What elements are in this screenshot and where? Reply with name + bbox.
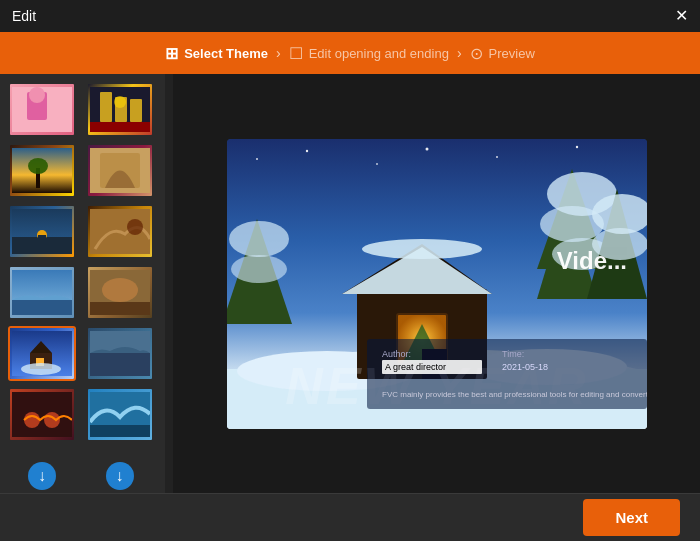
svg-text:Author:: Author:: [382, 349, 411, 359]
theme-thumb-11[interactable]: [8, 387, 76, 442]
next-button[interactable]: Next: [583, 499, 680, 536]
theme-thumb-6[interactable]: [86, 204, 154, 259]
theme-thumb-9-selected[interactable]: [8, 326, 76, 381]
step-select-theme[interactable]: ⊞ Select Theme: [165, 44, 268, 63]
step-preview-label: Preview: [489, 46, 535, 61]
bottom-bar: Next: [0, 493, 700, 541]
theme-thumb-5[interactable]: [8, 204, 76, 259]
window-title: Edit: [12, 8, 36, 24]
preview-area: NEW YEAR Vide... Author: A great directo…: [173, 74, 700, 493]
theme-thumb-10[interactable]: [86, 326, 154, 381]
theme-thumb-8[interactable]: [86, 265, 154, 320]
svg-text:FVC mainly provides the best a: FVC mainly provides the best and profess…: [382, 390, 647, 399]
svg-rect-17: [38, 235, 46, 254]
svg-point-8: [114, 96, 126, 108]
theme-thumb-1[interactable]: [8, 82, 76, 137]
theme-thumb-4[interactable]: [86, 143, 154, 198]
svg-point-39: [305, 149, 307, 151]
theme-thumb-2[interactable]: [86, 82, 154, 137]
theme-icon: ⊞: [165, 44, 178, 63]
step-edit-opening-label: Edit opening and ending: [309, 46, 449, 61]
svg-rect-6: [130, 99, 142, 122]
svg-point-38: [256, 158, 258, 160]
download-icon-1: ↓: [28, 462, 56, 490]
svg-rect-32: [12, 392, 72, 437]
close-button[interactable]: ✕: [675, 8, 688, 24]
svg-point-11: [28, 158, 48, 174]
svg-rect-4: [100, 92, 112, 122]
svg-point-54: [231, 255, 287, 283]
preview-icon: ⊙: [470, 44, 483, 63]
svg-rect-21: [12, 300, 72, 315]
svg-point-33: [24, 412, 40, 428]
svg-point-34: [44, 412, 60, 428]
svg-point-43: [575, 145, 577, 147]
svg-point-42: [496, 156, 498, 158]
svg-rect-24: [90, 302, 150, 315]
step-select-theme-label: Select Theme: [184, 46, 268, 61]
svg-point-53: [229, 221, 289, 257]
svg-text:A great director: A great director: [385, 362, 446, 372]
svg-point-19: [127, 219, 143, 235]
title-bar: Edit ✕: [0, 0, 700, 32]
svg-rect-7: [90, 122, 150, 132]
svg-point-23: [102, 278, 138, 302]
step-preview[interactable]: ⊙ Preview: [470, 44, 535, 63]
preview-card: NEW YEAR Vide... Author: A great directo…: [227, 139, 647, 429]
svg-rect-31: [90, 353, 150, 376]
step-arrow-1: ›: [276, 45, 281, 61]
download-icon-2: ↓: [106, 462, 134, 490]
svg-point-66: [362, 239, 482, 259]
svg-text:Vide...: Vide...: [556, 247, 626, 274]
svg-point-29: [21, 363, 61, 375]
svg-point-40: [376, 163, 378, 165]
theme-thumb-3[interactable]: [8, 143, 76, 198]
theme-thumb-7[interactable]: [8, 265, 76, 320]
theme-sidebar[interactable]: ↓ ↓: [0, 74, 165, 493]
theme-thumb-download-1[interactable]: ↓: [8, 448, 76, 493]
svg-point-41: [425, 147, 428, 150]
main-content: ↓ ↓: [0, 74, 700, 493]
svg-text:Time:: Time:: [502, 349, 524, 359]
step-arrow-2: ›: [457, 45, 462, 61]
step-nav: ⊞ Select Theme › ☐ Edit opening and endi…: [0, 32, 700, 74]
sidebar-divider: [165, 74, 173, 493]
step-edit-opening[interactable]: ☐ Edit opening and ending: [289, 44, 449, 63]
svg-point-2: [29, 87, 45, 103]
edit-icon: ☐: [289, 44, 303, 63]
svg-rect-36: [90, 425, 150, 437]
theme-thumb-download-2[interactable]: ↓: [86, 448, 154, 493]
theme-thumb-12[interactable]: [86, 387, 154, 442]
svg-text:2021-05-18: 2021-05-18: [502, 362, 548, 372]
